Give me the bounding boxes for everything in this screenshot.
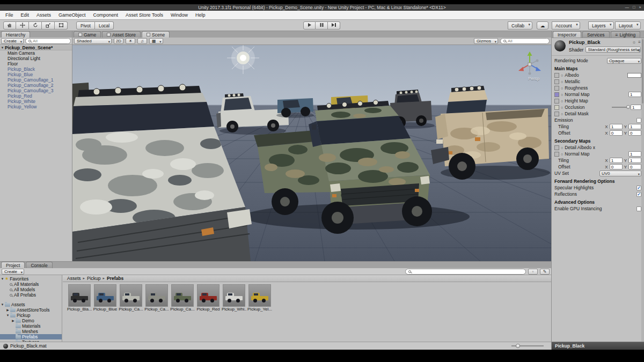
menu-asset-store-tools[interactable]: Asset Store Tools [122, 11, 167, 19]
target-circle-icon[interactable]: ○ [561, 86, 563, 90]
gear-icon[interactable]: ☼ [632, 40, 636, 45]
menu-window[interactable]: Window [167, 11, 192, 19]
local-toggle-button[interactable]: Local [95, 21, 114, 29]
folder-prefabs[interactable]: Prefabs [0, 334, 62, 339]
occlusion-slider[interactable] [612, 107, 629, 108]
secondary-tiling-x-field[interactable]: 1 [610, 158, 623, 163]
target-circle-icon[interactable]: ○ [561, 73, 563, 77]
texture-slot-icon[interactable] [554, 73, 559, 78]
menu-component[interactable]: Component [90, 11, 122, 19]
target-circle-icon[interactable]: ○ [561, 80, 563, 84]
secondary-offset-x-field[interactable]: 0 [610, 164, 623, 169]
roughness-row[interactable]: ○ Roughness [552, 85, 644, 91]
menu-file[interactable]: File [2, 11, 17, 19]
rendering-mode-dropdown[interactable]: Opaque [607, 58, 641, 64]
secondary-offset-y-field[interactable]: 0 [628, 164, 641, 169]
texture-slot-icon[interactable] [554, 86, 559, 91]
gpu-instancing-checkbox[interactable] [636, 206, 641, 211]
asset-pickup-red[interactable]: Pickup_Red [196, 284, 221, 312]
menu-assets[interactable]: Assets [33, 11, 55, 19]
texture-slot-icon[interactable] [554, 105, 559, 110]
secondary-normal-map-row[interactable]: ○ Normal Map 1 [552, 151, 644, 157]
tab-hierarchy[interactable]: Hierarchy [1, 31, 30, 38]
hierarchy-item-pickup-blue[interactable]: Pickup_Blue [0, 72, 72, 77]
tab-console[interactable]: Console [26, 262, 52, 268]
texture-slot-icon[interactable] [554, 79, 559, 84]
folder-pickup[interactable]: ▼Pickup [0, 313, 62, 318]
occlusion-value-field[interactable]: 1 [631, 105, 641, 110]
scene-effects-dropdown[interactable]: ▦ [149, 38, 163, 44]
menu-help[interactable]: Help [192, 11, 209, 19]
emission-checkbox[interactable] [636, 118, 641, 123]
search-by-label-button[interactable]: ✎ [540, 269, 550, 275]
albedo-row[interactable]: ○ Albedo [552, 72, 644, 78]
minimize-button[interactable]: — [625, 4, 630, 11]
project-search-input[interactable] [405, 269, 526, 275]
hierarchy-item-pickup-white[interactable]: Pickup_White [0, 99, 72, 104]
scene-search-input[interactable]: All [500, 38, 550, 44]
foldout-icon[interactable]: ▼ [0, 45, 5, 50]
main-tiling-y-field[interactable]: 1 [628, 124, 641, 129]
cloud-icon[interactable]: ☁ [537, 21, 548, 29]
hierarchy-item-pickup-camouflage-1[interactable]: Pickup_Camouflage_1 [0, 77, 72, 83]
close-button[interactable]: × [639, 4, 641, 11]
main-offset-x-field[interactable]: 0 [610, 130, 623, 136]
shader-dropdown[interactable]: Standard (Roughness setup) [586, 47, 641, 53]
texture-slot-icon[interactable] [554, 152, 559, 157]
menu-gameobject[interactable]: GameObject [55, 11, 90, 19]
scene-orientation-gizmo[interactable] [515, 48, 545, 78]
assets-root-folder[interactable]: ▼Assets [0, 302, 62, 307]
account-dropdown[interactable]: Account [552, 21, 580, 29]
favorites-all-prefabs[interactable]: All Prefabs [0, 292, 62, 298]
texture-slot-icon[interactable] [554, 92, 559, 97]
layout-dropdown[interactable]: Layout [615, 21, 641, 29]
hierarchy-create-button[interactable]: Create [1, 38, 24, 44]
asset-pickup-camouflage-2[interactable]: Pickup_Ca... [144, 284, 169, 312]
maximize-button[interactable]: □ [633, 4, 635, 11]
menu-edit[interactable]: Edit [17, 11, 33, 19]
secondary-tiling-y-field[interactable]: 1 [628, 158, 641, 163]
main-offset-y-field[interactable]: 0 [628, 130, 641, 136]
asset-pickup-camouflage-3[interactable]: Pickup_Ca... [170, 284, 195, 312]
play-button[interactable] [303, 21, 316, 29]
target-circle-icon[interactable]: ○ [561, 99, 563, 103]
rotate-tool-button[interactable] [29, 21, 42, 29]
gizmos-dropdown[interactable]: Gizmos [474, 38, 498, 44]
move-tool-button[interactable] [16, 21, 29, 29]
texture-slot-icon[interactable] [554, 112, 559, 116]
hierarchy-item-pickup-black[interactable]: Pickup_Black [0, 67, 72, 72]
reflections-checkbox[interactable]: ✓ [636, 192, 641, 197]
draw-mode-dropdown[interactable]: Shaded [74, 38, 112, 44]
tab-inspector[interactable]: Inspector [553, 31, 581, 38]
thumbnail-size-slider[interactable] [511, 345, 544, 346]
hierarchy-item-pickup-red[interactable]: Pickup_Red [0, 93, 72, 99]
tab-project[interactable]: Project [1, 262, 25, 268]
scale-tool-button[interactable] [42, 21, 55, 29]
tab-game[interactable]: Game [74, 31, 101, 38]
folder-materials[interactable]: Materials [0, 323, 62, 329]
uv-set-dropdown[interactable]: UV0 [599, 171, 641, 176]
hierarchy-item-pickup-yellow[interactable]: Pickup_Yellow [0, 104, 72, 109]
emission-row[interactable]: Emission [552, 117, 644, 123]
step-button[interactable] [328, 21, 340, 29]
folder-meshes[interactable]: Meshes [0, 329, 62, 334]
target-circle-icon[interactable]: ○ [561, 146, 563, 150]
asset-pickup-black[interactable]: Pickup_Bla... [67, 284, 92, 312]
scene-viewport[interactable]: Persp [72, 45, 551, 261]
occlusion-row[interactable]: ○ Occlusion 1 [552, 104, 644, 110]
texture-slot-icon[interactable] [554, 99, 559, 104]
detail-mask-row[interactable]: ○ Detail Mask [552, 110, 644, 117]
tab-lighting[interactable]: ≡Lighting [611, 31, 641, 38]
hierarchy-item-main-camera[interactable]: Main Camera [0, 50, 72, 56]
gizmo-persp-label[interactable]: Persp [528, 76, 539, 81]
albedo-color-swatch[interactable] [627, 73, 641, 78]
main-tiling-x-field[interactable]: 1 [610, 124, 623, 129]
hand-tool-button[interactable] [3, 21, 16, 29]
metallic-row[interactable]: ○ Metallic [552, 78, 644, 85]
hierarchy-item-pickup-camouflage-3[interactable]: Pickup_Camouflage_3 [0, 88, 72, 93]
hierarchy-item-directional-light[interactable]: Directional Light [0, 56, 72, 61]
breadcrumb-prefabs[interactable]: Prefabs [107, 276, 123, 281]
hierarchy-scene-root[interactable]: ▼ Pickup_Demo_Scene* [0, 45, 72, 50]
tab-scene[interactable]: Scene [142, 31, 170, 38]
panel-menu-icon[interactable]: ≡ [638, 40, 641, 45]
